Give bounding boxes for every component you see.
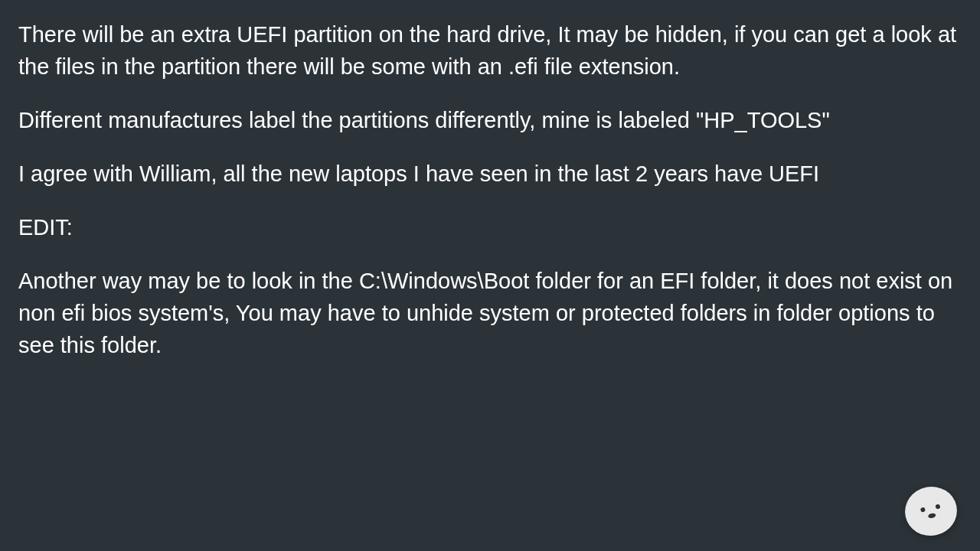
chat-avatar-button[interactable] (900, 482, 962, 541)
avatar-face-icon (918, 501, 944, 521)
paragraph: I agree with William, all the new laptop… (18, 158, 962, 190)
paragraph: Different manufactures label the partiti… (18, 104, 962, 136)
paragraph: Another way may be to look in the C:\Win… (18, 265, 962, 361)
post-content: There will be an extra UEFI partition on… (18, 18, 962, 361)
paragraph: There will be an extra UEFI partition on… (18, 18, 962, 83)
edit-label: EDIT: (18, 211, 962, 243)
